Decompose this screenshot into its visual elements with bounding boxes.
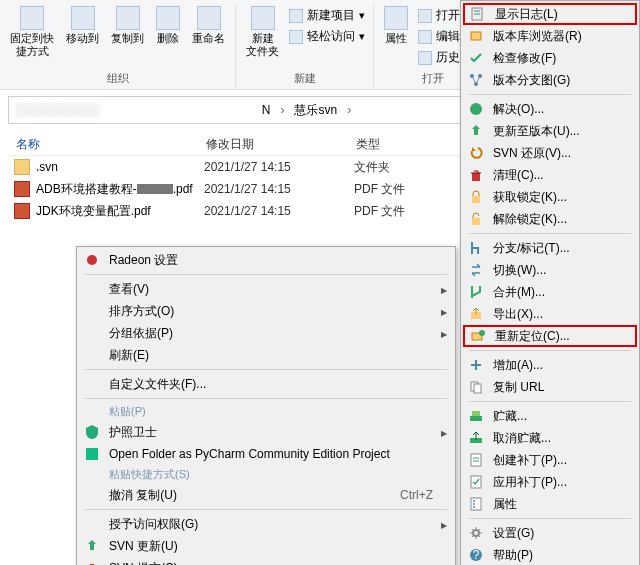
svn-cleanup[interactable]: 清理(C)...	[463, 164, 637, 186]
menu-refresh[interactable]: 刷新(E)	[79, 344, 453, 366]
menu-pycharm[interactable]: Open Folder as PyCharm Community Edition…	[79, 443, 453, 465]
update-rev-icon	[468, 123, 484, 139]
svg-rect-25	[471, 498, 481, 510]
file-name: JDK环境变量配置.pdf	[36, 203, 204, 220]
svn-switch[interactable]: 切换(W)...	[463, 259, 637, 281]
delete-button[interactable]: 删除	[150, 4, 186, 47]
file-name: .svn	[36, 160, 204, 174]
svn-show-log[interactable]: 显示日志(L)	[463, 3, 637, 25]
submenu-arrow-icon	[441, 282, 447, 296]
menu-separator	[469, 401, 631, 402]
menu-separator	[469, 518, 631, 519]
svg-rect-7	[471, 32, 481, 40]
copy-icon	[468, 379, 484, 395]
group-organize-label: 组织	[107, 71, 129, 88]
submenu-arrow-icon	[441, 326, 447, 340]
svn-help[interactable]: ?帮助(P)	[463, 544, 637, 565]
menu-separator	[85, 509, 447, 510]
shelve-icon	[468, 408, 484, 424]
menu-custom-folder[interactable]: 自定义文件夹(F)...	[79, 373, 453, 395]
shortcut-text: Ctrl+Z	[400, 488, 433, 502]
switch-icon	[468, 262, 484, 278]
menu-give-access[interactable]: 授予访问权限(G)	[79, 513, 453, 535]
svn-relocate[interactable]: 重新定位(C)...	[463, 325, 637, 347]
svn-copy-url[interactable]: 复制 URL	[463, 376, 637, 398]
menu-svn-commit[interactable]: SVN 提交(C)...	[79, 557, 453, 565]
svg-point-28	[473, 506, 475, 508]
group-open-label: 打开	[422, 71, 444, 88]
add-icon	[468, 357, 484, 373]
svg-rect-20	[470, 416, 482, 421]
pdf-icon	[14, 203, 30, 219]
svg-rect-19	[474, 384, 481, 393]
breadcrumb-seg[interactable]: N	[258, 103, 275, 117]
svn-properties[interactable]: 属性	[463, 493, 637, 515]
patch-icon	[468, 452, 484, 468]
newitem-button[interactable]: 新建项目 ▾	[285, 6, 369, 25]
svn-get-lock[interactable]: 获取锁定(K)...	[463, 186, 637, 208]
svn-resolve[interactable]: 解决(O)...	[463, 98, 637, 120]
menu-sort[interactable]: 排序方式(O)	[79, 300, 453, 322]
svg-point-17	[479, 330, 485, 336]
menu-radeon[interactable]: Radeon 设置	[79, 249, 453, 271]
col-date[interactable]: 修改日期	[198, 132, 348, 155]
svg-rect-12	[472, 173, 480, 181]
newfolder-button[interactable]: 新建 文件夹	[240, 4, 285, 60]
svn-add[interactable]: 增加(A)...	[463, 354, 637, 376]
tortoisesvn-submenu: 显示日志(L) 版本库浏览器(R) 检查修改(F) 版本分支图(G) 解决(O)…	[460, 0, 640, 565]
col-name[interactable]: 名称	[8, 132, 198, 155]
svn-rev-graph[interactable]: 版本分支图(G)	[463, 69, 637, 91]
easyaccess-button[interactable]: 轻松访问 ▾	[285, 27, 369, 46]
svn-release-lock[interactable]: 解除锁定(K)...	[463, 208, 637, 230]
svg-text:?: ?	[473, 548, 480, 562]
gear-icon	[468, 525, 484, 541]
censored-text	[137, 184, 173, 194]
unlock-icon	[468, 211, 484, 227]
svn-export[interactable]: 导出(X)...	[463, 303, 637, 325]
svn-create-patch[interactable]: 创建补丁(P)...	[463, 449, 637, 471]
pycharm-icon	[84, 446, 100, 462]
resolve-icon	[468, 101, 484, 117]
breadcrumb-blurred: ░░░░░░░░░░	[15, 103, 252, 117]
menu-separator	[85, 398, 447, 399]
pin-button[interactable]: 固定到快 捷方式	[4, 4, 60, 60]
file-date: 2021/1/27 14:15	[204, 160, 354, 174]
svn-update-rev[interactable]: 更新至版本(U)...	[463, 120, 637, 142]
svn-revert[interactable]: SVN 还原(V)...	[463, 142, 637, 164]
svn-branch-tag[interactable]: 分支/标记(T)...	[463, 237, 637, 259]
copyto-button[interactable]: 复制到	[105, 4, 150, 47]
menu-group[interactable]: 分组依据(P)	[79, 322, 453, 344]
svn-check-mod[interactable]: 检查修改(F)	[463, 47, 637, 69]
pdf-icon	[14, 181, 30, 197]
col-type[interactable]: 类型	[348, 132, 448, 155]
menu-separator	[469, 233, 631, 234]
menu-svn-update[interactable]: SVN 更新(U)	[79, 535, 453, 557]
branch-icon	[468, 240, 484, 256]
unshelve-icon	[468, 430, 484, 446]
breadcrumb-seg[interactable]: 慧乐svn	[290, 102, 341, 119]
menu-undo[interactable]: 撤消 复制(U)Ctrl+Z	[79, 484, 453, 506]
svn-merge[interactable]: 合并(M)...	[463, 281, 637, 303]
svn-repo-browser[interactable]: 版本库浏览器(R)	[463, 25, 637, 47]
svn-settings[interactable]: 设置(G)	[463, 522, 637, 544]
svg-point-0	[87, 255, 97, 265]
menu-group-paste-shortcut: 粘贴快捷方式(S)	[79, 465, 453, 484]
help-icon: ?	[468, 547, 484, 563]
menu-huorong[interactable]: 护照卫士	[79, 421, 453, 443]
svg-point-27	[473, 503, 475, 505]
context-menu: Radeon 设置 查看(V) 排序方式(O) 分组依据(P) 刷新(E) 自定…	[76, 246, 456, 565]
file-date: 2021/1/27 14:15	[204, 204, 354, 218]
svn-unshelve[interactable]: 取消贮藏...	[463, 427, 637, 449]
properties-button[interactable]: 属性	[378, 4, 414, 47]
rename-button[interactable]: 重命名	[186, 4, 231, 47]
file-type: PDF 文件	[354, 181, 454, 198]
submenu-arrow-icon	[441, 517, 447, 531]
svn-apply-patch[interactable]: 应用补丁(P)...	[463, 471, 637, 493]
svn-commit-icon	[84, 560, 100, 565]
moveto-button[interactable]: 移动到	[60, 4, 105, 47]
lock-icon	[468, 189, 484, 205]
svg-rect-23	[471, 454, 481, 466]
menu-view[interactable]: 查看(V)	[79, 278, 453, 300]
svg-point-11	[470, 103, 482, 115]
svn-shelve[interactable]: 贮藏...	[463, 405, 637, 427]
